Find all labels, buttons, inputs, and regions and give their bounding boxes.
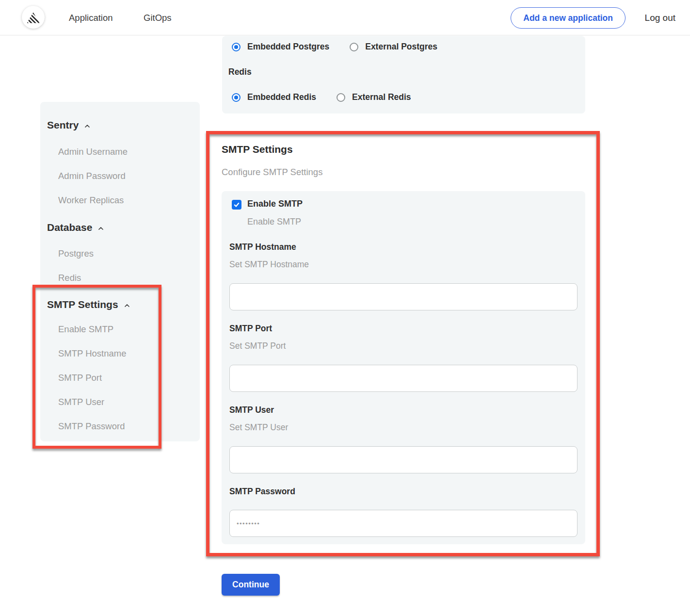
app-logo[interactable]: [22, 6, 45, 29]
sidebar-item-smtp-port[interactable]: SMTP Port: [58, 373, 102, 383]
sidebar-group-database[interactable]: Database: [47, 222, 105, 233]
radio-selected-icon[interactable]: [232, 93, 241, 102]
chevron-up-icon: [97, 225, 105, 232]
radio-option-embedded-redis[interactable]: Embedded Redis: [232, 92, 316, 102]
sidebar-item-admin-username[interactable]: Admin Username: [58, 146, 128, 157]
sidebar-group-title: Sentry: [47, 119, 79, 131]
chevron-up-icon: [123, 302, 131, 309]
sidebar-item-redis[interactable]: Redis: [58, 273, 81, 283]
smtp-port-helper: Set SMTP Port: [229, 341, 286, 351]
sentry-logo-icon: [27, 13, 40, 23]
sidebar-group-sentry[interactable]: Sentry: [47, 119, 91, 131]
sidebar-item-enable-smtp[interactable]: Enable SMTP: [58, 324, 113, 335]
smtp-user-input[interactable]: [229, 446, 578, 473]
sidebar-group-title: Database: [47, 222, 92, 233]
add-application-button[interactable]: Add a new application: [511, 7, 626, 29]
database-config-panel: Embedded Postgres External Postgres Redi…: [222, 36, 585, 113]
radio-selected-icon[interactable]: [232, 43, 241, 51]
radio-label: Embedded Postgres: [247, 42, 329, 52]
logout-link[interactable]: Log out: [645, 0, 675, 35]
config-page: Application GitOps Add a new application…: [0, 0, 690, 616]
smtp-hostname-label: SMTP Hostname: [229, 242, 296, 252]
redis-group-label: Redis: [228, 67, 252, 77]
sidebar-item-smtp-password[interactable]: SMTP Password: [58, 421, 125, 432]
config-sidebar: Sentry Admin Username Admin Password Wor…: [40, 102, 200, 441]
sidebar-group-smtp-settings[interactable]: SMTP Settings: [47, 299, 131, 310]
smtp-user-helper: Set SMTP User: [229, 422, 288, 433]
sidebar-item-smtp-user[interactable]: SMTP User: [58, 397, 104, 407]
enable-smtp-checkbox[interactable]: [232, 200, 241, 210]
chevron-up-icon: [83, 122, 91, 130]
enable-smtp-label: Enable SMTP: [247, 199, 303, 209]
sidebar-item-admin-password[interactable]: Admin Password: [58, 171, 126, 181]
radio-unselected-icon[interactable]: [350, 43, 358, 51]
radio-option-external-redis[interactable]: External Redis: [337, 92, 411, 102]
top-navbar: Application GitOps Add a new application…: [0, 0, 690, 35]
checkmark-icon: [233, 201, 240, 208]
smtp-password-input[interactable]: [229, 510, 578, 537]
nav-tab-gitops[interactable]: GitOps: [144, 0, 172, 35]
radio-unselected-icon[interactable]: [337, 93, 345, 102]
smtp-port-label: SMTP Port: [229, 324, 272, 334]
sidebar-item-smtp-hostname[interactable]: SMTP Hostname: [58, 348, 127, 359]
radio-label: Embedded Redis: [247, 92, 316, 102]
continue-button[interactable]: Continue: [222, 574, 280, 596]
sidebar-item-postgres[interactable]: Postgres: [58, 248, 94, 259]
smtp-settings-panel: Enable SMTP Enable SMTP SMTP Hostname Se…: [222, 191, 585, 544]
smtp-hostname-helper: Set SMTP Hostname: [229, 259, 309, 270]
enable-smtp-helper: Enable SMTP: [247, 217, 301, 227]
smtp-password-label: SMTP Password: [229, 486, 295, 497]
redis-radio-group: Embedded Redis External Redis: [232, 92, 432, 102]
radio-option-external-postgres[interactable]: External Postgres: [350, 42, 437, 52]
radio-option-embedded-postgres[interactable]: Embedded Postgres: [232, 42, 329, 52]
smtp-user-label: SMTP User: [229, 405, 274, 415]
radio-label: External Postgres: [365, 42, 437, 52]
smtp-hostname-input[interactable]: [229, 283, 578, 310]
sidebar-item-worker-replicas[interactable]: Worker Replicas: [58, 195, 124, 206]
smtp-section-subtitle: Configure SMTP Settings: [222, 167, 322, 178]
smtp-section-title: SMTP Settings: [222, 144, 293, 155]
sidebar-group-title: SMTP Settings: [47, 299, 118, 310]
radio-label: External Redis: [352, 92, 411, 102]
nav-tab-application[interactable]: Application: [69, 0, 113, 35]
smtp-port-input[interactable]: [229, 365, 578, 392]
postgres-radio-group: Embedded Postgres External Postgres: [232, 42, 458, 52]
